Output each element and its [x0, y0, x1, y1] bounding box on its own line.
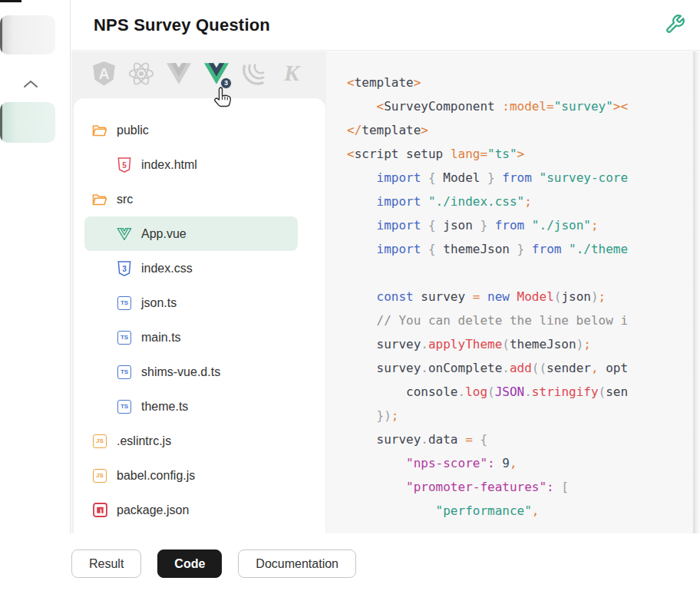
js-file-icon: JS	[92, 434, 107, 449]
nps-survey-demo-window: NPS Survey Question A	[0, 0, 700, 594]
vue-file-icon	[117, 226, 132, 242]
file-name: shims-vue.d.ts	[141, 365, 220, 379]
jquery-icon	[241, 62, 267, 87]
file-name: App.vue	[141, 227, 187, 241]
code-line: import { json } from "./json";	[347, 213, 691, 237]
file-name: json.ts	[141, 296, 177, 310]
code-line: "performance",	[347, 499, 691, 523]
tree-item-index-html[interactable]: 5index.html	[84, 147, 298, 182]
ts-file-icon: TS	[117, 399, 132, 414]
chevron-up-icon[interactable]	[23, 78, 38, 91]
code-line: survey.onComplete.add((sender, opt	[347, 356, 691, 380]
code-line: "nps-score": 9,	[347, 451, 691, 475]
file-name: index.html	[141, 158, 197, 172]
tree-item-shims-vue-d-ts[interactable]: TSshims-vue.d.ts	[84, 355, 298, 389]
ts-file-icon: TS	[117, 365, 132, 380]
code-scrollbar[interactable]	[693, 51, 700, 533]
tree-item-index-css[interactable]: 3index.css	[84, 251, 298, 285]
vue3-version-badge: 3	[220, 78, 232, 89]
tree-item-main-ts[interactable]: TSmain.ts	[84, 320, 298, 355]
header: NPS Survey Question	[71, 0, 700, 51]
code-line: import { Model } from "survey-core	[347, 166, 691, 190]
ts-file-icon: TS	[117, 295, 132, 311]
page-title: NPS Survey Question	[94, 15, 270, 35]
file-name: theme.ts	[141, 400, 188, 414]
code-line: survey.data = {	[347, 427, 691, 451]
vue2-icon	[167, 63, 191, 87]
js-file-icon: JS	[92, 468, 107, 483]
angular-icon: A	[91, 61, 117, 89]
tree-item-app-vue[interactable]: App.vue	[84, 216, 298, 251]
file-tree: public5index.htmlsrcApp.vue3index.cssTSj…	[74, 98, 325, 533]
code-line: import { themeJson } from "./theme	[347, 237, 691, 261]
react-icon	[127, 61, 155, 88]
framework-vue3-button[interactable]: 3	[203, 61, 230, 89]
tree-item-theme-ts[interactable]: TStheme.ts	[84, 389, 298, 424]
framework-jquery-button[interactable]	[240, 61, 268, 89]
framework-selector-bar: A 3	[71, 51, 326, 98]
svg-text:5: 5	[122, 160, 127, 169]
tree-item-babel-config-js[interactable]: JSbabel.config.js	[84, 458, 298, 493]
code-line: const survey = new Model(json);	[347, 285, 691, 309]
svg-text:3: 3	[122, 264, 127, 272]
settings-wrench-button[interactable]	[662, 12, 688, 38]
file-name: main.ts	[141, 331, 181, 345]
code-line: </template>	[347, 118, 691, 142]
wrench-icon	[665, 14, 685, 37]
code-line: });	[347, 404, 691, 427]
rail-thumbnail-item[interactable]	[0, 15, 55, 54]
framework-knockout-button[interactable]: K	[278, 61, 305, 89]
npm-file-icon	[92, 503, 107, 518]
code-editor[interactable]: <template> <SurveyComponent :model="surv…	[326, 51, 700, 533]
file-name: index.css	[141, 262, 193, 276]
file-name: public	[117, 124, 149, 137]
framework-angular-button[interactable]: A	[90, 61, 117, 89]
tree-item-public[interactable]: public	[84, 113, 298, 147]
html-file-icon: 5	[117, 157, 132, 173]
tree-item-package-json[interactable]: package.json	[84, 493, 298, 527]
tab-result[interactable]: Result	[71, 549, 141, 578]
file-name: .eslintrc.js	[117, 434, 171, 448]
framework-react-button[interactable]	[127, 61, 155, 89]
code-line: import "./index.css";	[347, 190, 691, 213]
code-line: <template>	[347, 71, 691, 94]
code-line: "promoter-features": [	[347, 475, 691, 499]
view-switcher: ResultCodeDocumentation	[0, 533, 700, 594]
code-line: <SurveyComponent :model="survey"><	[347, 94, 691, 118]
tree-item-src[interactable]: src	[84, 182, 298, 216]
code-line: <script setup lang="ts">	[347, 142, 691, 166]
file-name: package.json	[117, 503, 189, 517]
tree-item--eslintrc-js[interactable]: JS.eslintrc.js	[84, 424, 298, 458]
code-line: console.log(JSON.stringify(sen	[347, 380, 691, 404]
code-line: // You can delete the line below i	[347, 309, 691, 332]
side-rail	[0, 0, 71, 533]
svg-text:A: A	[98, 65, 109, 82]
folder-file-icon	[92, 192, 107, 207]
folder-file-icon	[92, 123, 107, 138]
rail-top-item	[0, 0, 21, 2]
explorer-panel: A 3	[71, 51, 326, 533]
code-content: <template> <SurveyComponent :model="surv…	[326, 51, 700, 523]
file-name: babel.config.js	[117, 469, 195, 483]
svg-text:K: K	[283, 61, 301, 85]
file-name: src	[117, 193, 133, 206]
knockout-icon: K	[279, 61, 304, 88]
tab-code[interactable]: Code	[157, 549, 222, 578]
tab-documentation[interactable]: Documentation	[238, 549, 356, 578]
rail-thumbnail-item-selected[interactable]	[0, 102, 55, 143]
code-line: survey.applyTheme(themeJson);	[347, 332, 691, 356]
ts-file-icon: TS	[117, 330, 132, 345]
css-file-icon: 3	[117, 261, 132, 276]
tree-item-json-ts[interactable]: TSjson.ts	[84, 285, 298, 320]
framework-vue2-button[interactable]	[165, 61, 193, 89]
code-line	[347, 261, 691, 285]
